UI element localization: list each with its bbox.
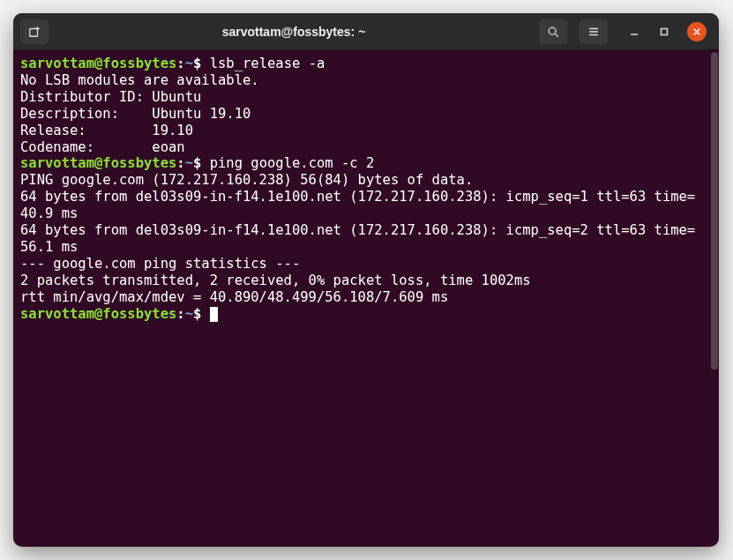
new-tab-button[interactable] [20, 19, 49, 44]
terminal-command-line: sarvottam@fossbytes:~$ lsb_release -a [20, 56, 703, 72]
maximize-button[interactable] [657, 25, 671, 39]
terminal-output-line: --- google.com ping statistics --- [20, 256, 703, 273]
prompt-path: ~ [185, 56, 193, 71]
prompt-colon: : [176, 155, 184, 171]
terminal-output-line: 2 packets transmitted, 2 received, 0% pa… [20, 273, 703, 289]
output-text: 2 packets transmitted, 2 received, 0% pa… [20, 273, 531, 288]
terminal-output-line: No LSB modules are available. [20, 72, 703, 89]
prompt-path: ~ [185, 155, 193, 171]
titlebar: sarvottam@fossbytes: ~ [13, 13, 719, 50]
prompt-user-host: sarvottam@fossbytes [20, 155, 176, 171]
terminal-output[interactable]: sarvottam@fossbytes:~$ lsb_release -aNo … [13, 50, 710, 547]
close-icon [692, 27, 701, 36]
prompt-user-host: sarvottam@fossbytes [20, 56, 176, 71]
search-button[interactable] [539, 19, 567, 44]
terminal-output-line: 64 bytes from del03s09-in-f14.1e100.net … [20, 222, 703, 256]
output-text: 64 bytes from del03s09-in-f14.1e100.net … [20, 222, 695, 255]
close-button[interactable] [687, 22, 707, 41]
terminal-output-line: Release: 19.10 [20, 123, 703, 139]
hamburger-icon [587, 26, 600, 38]
output-text: 64 bytes from del03s09-in-f14.1e100.net … [20, 189, 695, 221]
prompt-dollar: $ [193, 306, 210, 322]
output-text: Codename: eoan [20, 139, 185, 155]
terminal-body: sarvottam@fossbytes:~$ lsb_release -aNo … [13, 50, 719, 547]
window-title: sarvottam@fossbytes: ~ [49, 25, 539, 39]
titlebar-left [20, 19, 49, 44]
svg-rect-2 [662, 28, 668, 34]
prompt-colon: : [176, 306, 184, 322]
window-controls [627, 22, 707, 41]
output-text: Release: 19.10 [20, 123, 193, 138]
command-text: ping google.com -c 2 [210, 155, 375, 171]
scrollbar[interactable] [710, 50, 719, 547]
output-text: No LSB modules are available. [20, 72, 259, 88]
output-text: Distributor ID: Ubuntu [20, 89, 201, 105]
prompt-user-host: sarvottam@fossbytes [20, 306, 176, 322]
prompt-colon: : [176, 56, 184, 71]
output-text: Description: Ubuntu 19.10 [20, 106, 251, 122]
prompt-path: ~ [185, 306, 193, 322]
terminal-output-line: Description: Ubuntu 19.10 [20, 106, 703, 123]
terminal-window: sarvottam@fossbytes: ~ sarvottam@ [13, 13, 719, 547]
new-tab-icon [28, 26, 41, 38]
terminal-command-line: sarvottam@fossbytes:~$ [20, 306, 703, 323]
output-text: --- google.com ping statistics --- [20, 256, 300, 272]
svg-rect-0 [30, 28, 38, 36]
terminal-output-line: Codename: eoan [20, 139, 703, 156]
terminal-output-line: Distributor ID: Ubuntu [20, 89, 703, 106]
prompt-dollar: $ [193, 155, 210, 171]
command-text: lsb_release -a [210, 56, 325, 71]
scrollbar-thumb[interactable] [711, 52, 718, 370]
menu-button[interactable] [580, 19, 608, 44]
svg-point-1 [549, 27, 556, 34]
minimize-button[interactable] [627, 25, 641, 39]
terminal-output-line: rtt min/avg/max/mdev = 40.890/48.499/56.… [20, 289, 703, 306]
search-icon [547, 26, 559, 38]
terminal-output-line: 64 bytes from del03s09-in-f14.1e100.net … [20, 189, 703, 222]
maximize-icon [660, 27, 669, 36]
prompt-dollar: $ [193, 56, 210, 71]
titlebar-right [539, 19, 712, 44]
cursor [210, 307, 218, 322]
terminal-output-line: PING google.com (172.217.160.238) 56(84)… [20, 172, 703, 189]
output-text: PING google.com (172.217.160.238) 56(84)… [20, 172, 473, 188]
minimize-icon [630, 27, 639, 36]
terminal-command-line: sarvottam@fossbytes:~$ ping google.com -… [20, 155, 703, 172]
output-text: rtt min/avg/max/mdev = 40.890/48.499/56.… [20, 289, 448, 305]
